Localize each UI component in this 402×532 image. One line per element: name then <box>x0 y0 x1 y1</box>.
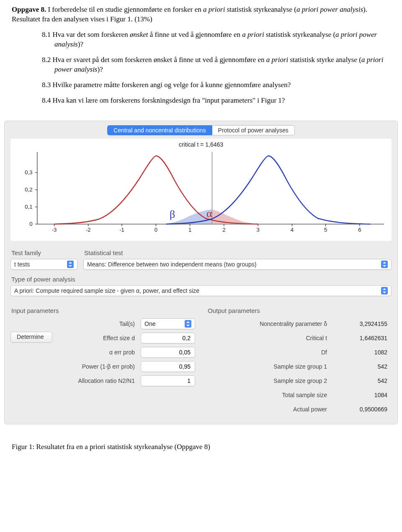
tab-central-noncentral[interactable]: Central and noncentral distributions <box>107 125 212 135</box>
label-test-family: Test family <box>11 249 77 256</box>
value-ncp: 3,2924155 <box>333 320 392 327</box>
input-alpha-err[interactable] <box>141 347 195 358</box>
svg-text:2: 2 <box>222 227 225 233</box>
label-type-of-power-analysis: Type of power analysis <box>11 276 392 283</box>
chevron-updown-icon <box>67 261 74 268</box>
alpha-symbol: α <box>206 207 212 220</box>
critical-t-label: critical t = 1,6463 <box>14 141 388 148</box>
label-tails: Tail(s) <box>57 320 141 327</box>
label-statistical-test: Statistical test <box>84 249 392 256</box>
label-n2: Sample size group 2 <box>207 377 333 384</box>
svg-text:0: 0 <box>155 227 157 233</box>
svg-text:0,2: 0,2 <box>25 186 32 193</box>
label-critical-t: Critical t <box>207 335 333 341</box>
value-n1: 542 <box>333 363 392 370</box>
label-alpha-err: α err prob <box>57 349 141 356</box>
svg-text:5: 5 <box>324 227 327 233</box>
select-test-family[interactable]: t tests <box>10 259 77 270</box>
svg-text:0,1: 0,1 <box>25 204 32 210</box>
value-df: 1082 <box>333 349 392 356</box>
distribution-chart: critical t = 1,6463 0 0,1 0,2 <box>10 139 392 241</box>
chevron-updown-icon <box>381 261 388 268</box>
svg-text:-2: -2 <box>86 227 91 233</box>
select-tails[interactable]: One <box>141 318 195 329</box>
task-intro: Oppgave 8. I forberedelse til en studie … <box>12 5 390 24</box>
tab-protocol[interactable]: Protocol of power analyses <box>212 125 295 135</box>
task-heading: Oppgave 8. <box>12 5 46 13</box>
label-output-parameters: Output parameters <box>208 307 392 314</box>
label-n1: Sample size group 1 <box>207 363 333 370</box>
question-8-4: 8.4 Hva kan vi lære om forskerens forskn… <box>42 96 387 106</box>
question-8-3: 8.3 Hvilke parametre måtte forskeren ang… <box>42 80 387 90</box>
label-df: Df <box>207 349 333 356</box>
label-ncp: Noncentrality parameter δ <box>207 320 333 327</box>
input-effect-size[interactable] <box>141 333 195 343</box>
select-analysis-type[interactable]: A priori: Compute required sample size -… <box>10 285 392 296</box>
beta-symbol: β <box>170 208 175 221</box>
chevron-updown-icon <box>381 287 388 294</box>
label-input-parameters: Input parameters <box>11 307 195 314</box>
select-statistical-test[interactable]: Means: Difference between two independen… <box>83 259 392 270</box>
svg-text:-1: -1 <box>119 227 124 233</box>
input-power[interactable] <box>141 361 195 372</box>
svg-text:0: 0 <box>29 221 32 227</box>
svg-text:-3: -3 <box>52 227 57 233</box>
chevron-updown-icon <box>185 320 191 328</box>
value-critical-t: 1,6462631 <box>333 335 392 341</box>
input-allocation-ratio[interactable] <box>141 375 195 386</box>
figure-caption: Figur 1: Resultatet fra en a priori stat… <box>12 443 390 451</box>
svg-text:0,3: 0,3 <box>25 169 32 176</box>
label-power: Power (1-β err prob) <box>57 363 141 370</box>
label-allocation-ratio: Allocation ratio N2/N1 <box>57 377 141 384</box>
svg-text:3: 3 <box>256 227 259 233</box>
chart-svg: 0 0,1 0,2 0,3 -3 -2 -1 0 1 <box>14 149 388 235</box>
question-8-2: 8.2 Hva er svaret på det som forskeren ø… <box>42 55 387 75</box>
gpower-panel: Central and noncentral distributions Pro… <box>4 121 398 424</box>
determine-button[interactable]: Determine <box>10 332 52 343</box>
value-ntotal: 1084 <box>333 392 392 398</box>
svg-text:4: 4 <box>291 227 294 233</box>
value-actual-power: 0,9500669 <box>333 406 392 413</box>
question-8-1: 8.1 Hva var det som forskeren ønsket å f… <box>42 30 387 49</box>
label-actual-power: Actual power <box>207 406 333 413</box>
tab-bar: Central and noncentral distributions Pro… <box>10 125 392 135</box>
svg-text:1: 1 <box>188 227 191 233</box>
label-ntotal: Total sample size <box>207 392 333 398</box>
svg-text:6: 6 <box>358 227 361 233</box>
h0-curve <box>54 156 258 224</box>
label-effect-size: Effect size d <box>57 335 141 341</box>
value-n2: 542 <box>333 377 392 384</box>
